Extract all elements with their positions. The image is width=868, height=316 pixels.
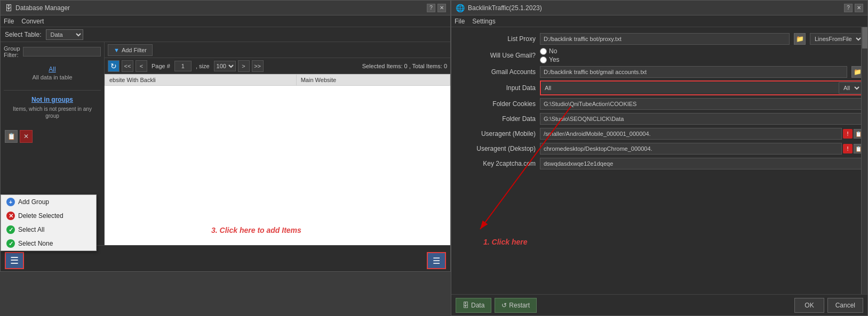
radio-no-label: No	[549, 47, 557, 55]
bt-menu-file[interactable]: File	[455, 18, 465, 25]
bt-bottom: 🗄 Data ↺ Restart OK Cancel	[451, 294, 867, 315]
col-main-website: Main Website	[296, 75, 450, 86]
first-page-btn[interactable]: <<	[122, 60, 133, 72]
data-label: Data	[471, 302, 484, 309]
add-filter-label: Add Filter	[122, 47, 147, 53]
useragent-desktop-row: Useragent (Dekstop) ! 📋	[451, 141, 867, 156]
group-filter-label: Group Filter:	[4, 45, 21, 58]
folder-cookies-input[interactable]	[540, 98, 863, 110]
db-table-wrapper: ebsite With Backli Main Website 3. Click…	[105, 74, 450, 245]
close-btn[interactable]: ✕	[437, 4, 446, 12]
radio-no-item: No	[540, 47, 560, 55]
cancel-btn[interactable]: Cancel	[827, 298, 863, 313]
group-filter-input[interactable]	[23, 47, 101, 56]
next-page-btn[interactable]: >	[238, 60, 250, 72]
list-proxy-mode-select[interactable]: LinesFromFile	[810, 33, 863, 45]
edit-group-btn[interactable]: 📋	[5, 130, 18, 143]
page-num-input[interactable]	[174, 61, 192, 71]
delete-group-btn[interactable]: ✕	[20, 130, 33, 143]
all-group-link[interactable]: All	[4, 66, 101, 73]
size-label: , size	[196, 63, 210, 69]
gmail-radio-group: No Yes	[540, 47, 560, 63]
db-manager-window: 🗄 Database Manager ? ✕ File Convert Sele…	[0, 0, 451, 272]
add-filter-btn[interactable]: ▼ Add Filter	[108, 44, 153, 56]
db-bottom-toolbar: + Add Group ✕ Delete Selected ✓ Select A…	[1, 245, 450, 271]
context-menu: + Add Group ✕ Delete Selected ✓ Select A…	[1, 195, 97, 251]
radio-no[interactable]	[540, 48, 547, 55]
col-backlink: ebsite With Backli	[105, 75, 297, 86]
key-2captcha-label: Key 2captcha.com	[456, 160, 536, 167]
select-all-icon: ✓	[6, 225, 15, 234]
delete-selected-icon: ✕	[6, 212, 15, 220]
restart-label: Restart	[509, 302, 530, 309]
page-size-select[interactable]: 100	[214, 61, 236, 71]
sidebar-group-actions: 📋 ✕	[4, 128, 101, 145]
table-select[interactable]: Data	[46, 29, 83, 40]
folder-data-row: Folder Data	[451, 111, 867, 126]
key-2captcha-input[interactable]	[540, 158, 863, 169]
bt-icon: 🌐	[456, 4, 465, 12]
list-proxy-input[interactable]	[540, 33, 790, 45]
will-use-gmail-row: Will Use Gmail? No Yes	[451, 46, 867, 64]
bt-menu-settings[interactable]: Settings	[472, 18, 495, 25]
input-data-select[interactable]: All	[839, 82, 862, 94]
useragent-desktop-label: Useragent (Dekstop)	[456, 145, 536, 152]
db-table: ebsite With Backli Main Website	[105, 74, 450, 86]
select-none-menu-item[interactable]: ✓ Select None	[1, 237, 96, 250]
bt-content: List Proxy 📁 LinesFromFile Will Use Gmai…	[451, 27, 867, 294]
not-in-groups-link[interactable]: Not in groups	[6, 96, 99, 103]
add-group-menu-item[interactable]: + Add Group	[1, 195, 96, 209]
useragent-mobile-input[interactable]	[540, 128, 842, 140]
bt-scrollbar	[861, 27, 867, 294]
radio-yes-label: Yes	[549, 56, 560, 63]
groups-btn[interactable]: ☰	[5, 252, 24, 269]
folder-data-label: Folder Data	[456, 115, 536, 123]
pagination-bar: ↻ << < Page # , size 100 > >> Selected I…	[105, 58, 450, 74]
refresh-btn[interactable]: ↻	[108, 60, 120, 72]
data-btn[interactable]: 🗄 Data	[456, 298, 491, 313]
filter-bar: ▼ Add Filter	[105, 42, 450, 58]
items-btn[interactable]: ☰	[427, 252, 446, 269]
help-btn[interactable]: ?	[427, 4, 435, 12]
bt-titlebar-controls: ? ✕	[844, 4, 863, 12]
input-data-input[interactable]	[541, 82, 839, 94]
useragent-desktop-input[interactable]	[540, 143, 842, 155]
scrollbar-thumb[interactable]	[862, 27, 867, 48]
add-group-label: Add Group	[18, 198, 49, 206]
bt-titlebar: 🌐 BacklinkTraffic(25.1.2023) ? ✕	[451, 1, 867, 15]
scrollbar-track	[861, 27, 867, 294]
list-proxy-browse-btn[interactable]: 📁	[794, 33, 806, 45]
radio-yes[interactable]	[540, 56, 547, 63]
db-toolbar: Select Table: Data	[1, 27, 450, 42]
useragent-desktop-warn-icon: !	[843, 144, 853, 153]
gmail-accounts-input[interactable]	[540, 66, 847, 78]
click-here-annotation: 1. Click here	[483, 238, 528, 246]
delete-selected-menu-item[interactable]: ✕ Delete Selected	[1, 209, 96, 223]
group-filter-row: Group Filter:	[4, 45, 101, 58]
input-data-highlight: All	[540, 80, 863, 95]
ok-btn[interactable]: OK	[794, 298, 824, 313]
select-all-menu-item[interactable]: ✓ Select All	[1, 223, 96, 237]
menu-file[interactable]: File	[4, 18, 14, 25]
list-proxy-label: List Proxy	[456, 35, 536, 43]
bt-titlebar-left: 🌐 BacklinkTraffic(25.1.2023)	[456, 4, 542, 12]
folder-data-input[interactable]	[540, 113, 863, 125]
page-label: Page #	[152, 63, 170, 69]
db-main: ▼ Add Filter ↻ << < Page # , size 100 > …	[105, 42, 450, 245]
menu-convert[interactable]: Convert	[21, 18, 44, 25]
useragent-mobile-row: Useragent (Mobile) ! 📋	[451, 126, 867, 141]
last-page-btn[interactable]: >>	[252, 60, 264, 72]
prev-page-btn[interactable]: <	[136, 60, 147, 72]
bt-help-btn[interactable]: ?	[844, 4, 853, 12]
titlebar-controls: ? ✕	[427, 4, 446, 12]
select-none-label: Select None	[18, 240, 53, 247]
click-here-annotation: 3. Click here to add Items	[211, 226, 301, 234]
select-none-icon: ✓	[6, 239, 15, 248]
bt-close-btn[interactable]: ✕	[855, 4, 863, 12]
restart-btn[interactable]: ↺ Restart	[495, 298, 537, 313]
db-manager-titlebar: 🗄 Database Manager ? ✕	[1, 1, 450, 15]
input-data-row: Input Data All	[451, 79, 867, 96]
data-icon: 🗄	[463, 302, 469, 309]
useragent-mobile-warn-icon: !	[843, 129, 853, 139]
delete-selected-label: Delete Selected	[18, 212, 63, 220]
